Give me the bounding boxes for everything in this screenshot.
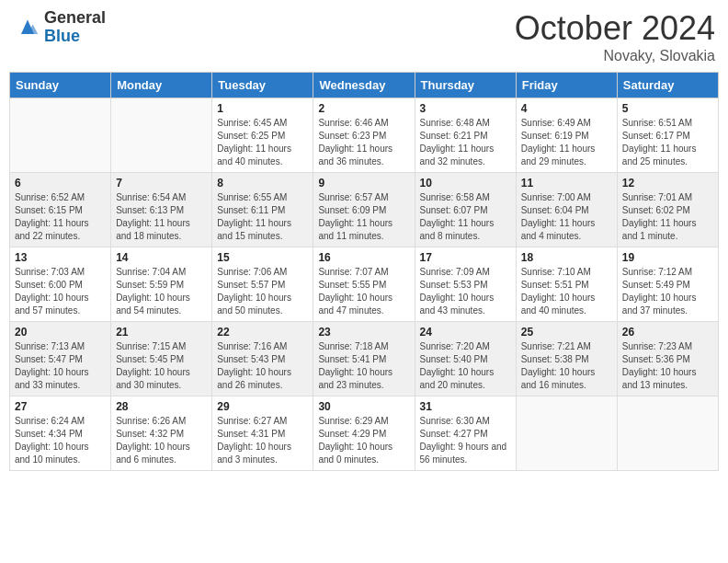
- day-info: Sunrise: 7:16 AMSunset: 5:43 PMDaylight:…: [217, 340, 308, 392]
- day-info: Sunrise: 6:30 AMSunset: 4:27 PMDaylight:…: [420, 415, 511, 466]
- day-info: Sunrise: 6:27 AMSunset: 4:31 PMDaylight:…: [217, 415, 308, 466]
- day-info: Sunrise: 6:24 AMSunset: 4:34 PMDaylight:…: [15, 415, 106, 466]
- calendar-day-cell: 6Sunrise: 6:52 AMSunset: 6:15 PMDaylight…: [10, 173, 111, 247]
- calendar-day-cell: 18Sunrise: 7:10 AMSunset: 5:51 PMDayligh…: [516, 247, 617, 322]
- day-info: Sunrise: 6:46 AMSunset: 6:23 PMDaylight:…: [318, 117, 409, 168]
- day-info: Sunrise: 7:23 AMSunset: 5:36 PMDaylight:…: [622, 340, 713, 392]
- day-number: 19: [622, 251, 713, 264]
- calendar-day-cell: 16Sunrise: 7:07 AMSunset: 5:55 PMDayligh…: [313, 247, 415, 322]
- location-subtitle: Novaky, Slovakia: [515, 48, 715, 64]
- day-number: 9: [318, 177, 409, 190]
- day-info: Sunrise: 7:12 AMSunset: 5:49 PMDaylight:…: [622, 266, 713, 317]
- weekday-header-thursday: Thursday: [415, 73, 516, 98]
- day-number: 23: [318, 326, 409, 339]
- logo-blue-text: Blue: [44, 28, 106, 46]
- calendar-week-row: 20Sunrise: 7:13 AMSunset: 5:47 PMDayligh…: [10, 322, 719, 396]
- day-info: Sunrise: 7:00 AMSunset: 6:04 PMDaylight:…: [521, 191, 612, 243]
- day-number: 22: [217, 326, 308, 339]
- calendar-day-cell: 23Sunrise: 7:18 AMSunset: 5:41 PMDayligh…: [313, 322, 415, 396]
- calendar-day-cell: 3Sunrise: 6:48 AMSunset: 6:21 PMDaylight…: [415, 98, 516, 173]
- weekday-header-wednesday: Wednesday: [313, 73, 415, 98]
- day-number: 5: [622, 102, 713, 115]
- day-number: 3: [420, 102, 511, 115]
- calendar-day-cell: 7Sunrise: 6:54 AMSunset: 6:13 PMDaylight…: [111, 173, 212, 247]
- day-number: 6: [15, 177, 106, 190]
- calendar-day-cell: 12Sunrise: 7:01 AMSunset: 6:02 PMDayligh…: [617, 173, 718, 247]
- day-info: Sunrise: 6:57 AMSunset: 6:09 PMDaylight:…: [318, 191, 409, 243]
- calendar-day-cell: 10Sunrise: 6:58 AMSunset: 6:07 PMDayligh…: [415, 173, 516, 247]
- day-info: Sunrise: 6:29 AMSunset: 4:29 PMDaylight:…: [318, 415, 409, 466]
- day-number: 14: [116, 251, 207, 264]
- day-number: 10: [420, 177, 511, 190]
- day-info: Sunrise: 7:09 AMSunset: 5:53 PMDaylight:…: [420, 266, 511, 317]
- weekday-header-monday: Monday: [111, 73, 212, 98]
- day-number: 20: [15, 326, 106, 339]
- day-info: Sunrise: 6:48 AMSunset: 6:21 PMDaylight:…: [420, 117, 511, 168]
- calendar-day-cell: 4Sunrise: 6:49 AMSunset: 6:19 PMDaylight…: [516, 98, 617, 173]
- logo-icon: [15, 15, 40, 40]
- day-info: Sunrise: 6:26 AMSunset: 4:32 PMDaylight:…: [116, 415, 207, 466]
- day-number: 12: [622, 177, 713, 190]
- day-number: 13: [15, 251, 106, 264]
- calendar-day-cell: [516, 396, 617, 471]
- title-area: October 2024 Novaky, Slovakia: [515, 9, 715, 64]
- day-info: Sunrise: 7:21 AMSunset: 5:38 PMDaylight:…: [521, 340, 612, 392]
- day-info: Sunrise: 7:10 AMSunset: 5:51 PMDaylight:…: [521, 266, 612, 317]
- calendar-day-cell: [111, 98, 212, 173]
- calendar-day-cell: 2Sunrise: 6:46 AMSunset: 6:23 PMDaylight…: [313, 98, 415, 173]
- day-number: 29: [217, 400, 308, 413]
- calendar-day-cell: 19Sunrise: 7:12 AMSunset: 5:49 PMDayligh…: [617, 247, 718, 322]
- day-number: 30: [318, 400, 409, 413]
- calendar-day-cell: 8Sunrise: 6:55 AMSunset: 6:11 PMDaylight…: [212, 173, 313, 247]
- calendar-day-cell: 21Sunrise: 7:15 AMSunset: 5:45 PMDayligh…: [111, 322, 212, 396]
- day-number: 4: [521, 102, 612, 115]
- calendar-day-cell: 28Sunrise: 6:26 AMSunset: 4:32 PMDayligh…: [111, 396, 212, 471]
- day-number: 11: [521, 177, 612, 190]
- day-info: Sunrise: 6:52 AMSunset: 6:15 PMDaylight:…: [15, 191, 106, 243]
- day-info: Sunrise: 7:04 AMSunset: 5:59 PMDaylight:…: [116, 266, 207, 317]
- calendar-day-cell: 30Sunrise: 6:29 AMSunset: 4:29 PMDayligh…: [313, 396, 415, 471]
- day-number: 2: [318, 102, 409, 115]
- month-year-title: October 2024: [515, 9, 715, 48]
- day-info: Sunrise: 7:13 AMSunset: 5:47 PMDaylight:…: [15, 340, 106, 392]
- day-number: 15: [217, 251, 308, 264]
- calendar-day-cell: 31Sunrise: 6:30 AMSunset: 4:27 PMDayligh…: [415, 396, 516, 471]
- day-number: 28: [116, 400, 207, 413]
- weekday-header-saturday: Saturday: [617, 73, 718, 98]
- day-number: 17: [420, 251, 511, 264]
- day-number: 7: [116, 177, 207, 190]
- calendar-day-cell: [10, 98, 111, 173]
- day-info: Sunrise: 6:55 AMSunset: 6:11 PMDaylight:…: [217, 191, 308, 243]
- day-number: 24: [420, 326, 511, 339]
- calendar-day-cell: [617, 396, 718, 471]
- day-number: 18: [521, 251, 612, 264]
- calendar-day-cell: 27Sunrise: 6:24 AMSunset: 4:34 PMDayligh…: [10, 396, 111, 471]
- weekday-header-tuesday: Tuesday: [212, 73, 313, 98]
- day-number: 31: [420, 400, 511, 413]
- calendar-week-row: 6Sunrise: 6:52 AMSunset: 6:15 PMDaylight…: [10, 173, 719, 247]
- calendar-day-cell: 14Sunrise: 7:04 AMSunset: 5:59 PMDayligh…: [111, 247, 212, 322]
- logo-general-text: General: [44, 9, 106, 28]
- calendar-day-cell: 9Sunrise: 6:57 AMSunset: 6:09 PMDaylight…: [313, 173, 415, 247]
- calendar-day-cell: 11Sunrise: 7:00 AMSunset: 6:04 PMDayligh…: [516, 173, 617, 247]
- calendar-week-row: 27Sunrise: 6:24 AMSunset: 4:34 PMDayligh…: [10, 396, 719, 471]
- day-number: 8: [217, 177, 308, 190]
- calendar-table: SundayMondayTuesdayWednesdayThursdayFrid…: [9, 72, 719, 471]
- calendar-day-cell: 29Sunrise: 6:27 AMSunset: 4:31 PMDayligh…: [212, 396, 313, 471]
- weekday-header-sunday: Sunday: [10, 73, 111, 98]
- day-info: Sunrise: 7:01 AMSunset: 6:02 PMDaylight:…: [622, 191, 713, 243]
- weekday-header-row: SundayMondayTuesdayWednesdayThursdayFrid…: [10, 73, 719, 98]
- day-info: Sunrise: 7:18 AMSunset: 5:41 PMDaylight:…: [318, 340, 409, 392]
- day-info: Sunrise: 7:07 AMSunset: 5:55 PMDaylight:…: [318, 266, 409, 317]
- day-number: 1: [217, 102, 308, 115]
- day-info: Sunrise: 6:51 AMSunset: 6:17 PMDaylight:…: [622, 117, 713, 168]
- day-info: Sunrise: 7:15 AMSunset: 5:45 PMDaylight:…: [116, 340, 207, 392]
- calendar-day-cell: 13Sunrise: 7:03 AMSunset: 6:00 PMDayligh…: [10, 247, 111, 322]
- day-info: Sunrise: 7:06 AMSunset: 5:57 PMDaylight:…: [217, 266, 308, 317]
- calendar-day-cell: 20Sunrise: 7:13 AMSunset: 5:47 PMDayligh…: [10, 322, 111, 396]
- calendar-day-cell: 25Sunrise: 7:21 AMSunset: 5:38 PMDayligh…: [516, 322, 617, 396]
- logo: General Blue: [13, 9, 106, 46]
- calendar-day-cell: 24Sunrise: 7:20 AMSunset: 5:40 PMDayligh…: [415, 322, 516, 396]
- day-number: 26: [622, 326, 713, 339]
- day-number: 21: [116, 326, 207, 339]
